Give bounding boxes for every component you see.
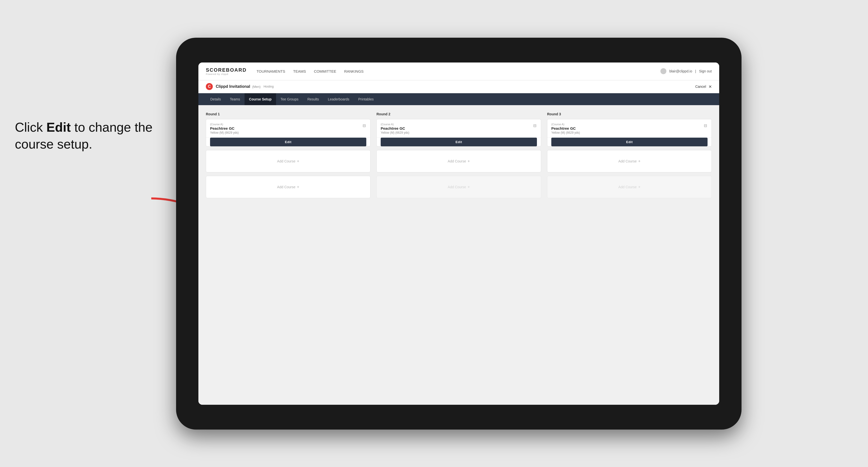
course-details-3: Yellow (M) (6629 yds) [551, 131, 580, 134]
tab-bar: Details Teams Course Setup Tee Groups Re… [198, 93, 719, 105]
nav-links: TOURNAMENTS TEAMS COMMITTEE RANKINGS [256, 68, 660, 74]
course-card-inner-3: (Course A) Peachtree GC Yellow (M) (6629… [551, 123, 708, 134]
add-course-label-3: Add Course + [447, 159, 470, 163]
cancel-button[interactable]: Cancel [695, 85, 706, 89]
tab-leaderboards[interactable]: Leaderboards [323, 93, 354, 105]
course-name-2: Peachtree GC [381, 126, 409, 130]
add-course-label-6: Add Course + [618, 185, 640, 189]
annotation-text: Click Edit to change the course setup. [15, 119, 168, 153]
round-1-add-course-2[interactable]: Add Course + [206, 176, 371, 198]
add-course-label-5: Add Course + [618, 159, 640, 163]
tab-teams[interactable]: Teams [225, 93, 245, 105]
course-tag: (Course A) [210, 123, 239, 126]
round-1-add-course-1[interactable]: Add Course + [206, 150, 371, 173]
round-1-label: Round 1 [206, 112, 371, 116]
round-1-column: Round 1 (Course A) Peachtree GC Yellow (… [206, 112, 371, 201]
main-content: Round 1 (Course A) Peachtree GC Yellow (… [198, 105, 719, 405]
course-details-2: Yellow (M) (6629 yds) [381, 131, 409, 134]
course-info: (Course A) Peachtree GC Yellow (M) (6629… [210, 123, 239, 134]
course-info-2: (Course A) Peachtree GC Yellow (M) (6629… [381, 123, 409, 134]
close-icon[interactable]: ✕ [709, 84, 712, 89]
course-card-inner-2: (Course A) Peachtree GC Yellow (M) (6629… [381, 123, 537, 134]
round-3-course-card: (Course A) Peachtree GC Yellow (M) (6629… [547, 119, 712, 147]
nav-committee[interactable]: COMMITTEE [314, 68, 336, 74]
course-info-3: (Course A) Peachtree GC Yellow (M) (6629… [551, 123, 580, 134]
course-tag-2: (Course A) [381, 123, 409, 126]
delete-icon-2[interactable]: ⊟ [533, 123, 537, 128]
tab-course-setup[interactable]: Course Setup [245, 93, 276, 105]
tab-results[interactable]: Results [303, 93, 323, 105]
round-3-column: Round 3 (Course A) Peachtree GC Yellow (… [547, 112, 712, 201]
plus-icon-6: + [638, 185, 640, 189]
nav-right: blair@clippd.io | Sign out [660, 68, 712, 74]
user-avatar [660, 68, 666, 74]
hosting-badge: Hosting [264, 85, 274, 88]
round-3-add-course-2: Add Course + [547, 176, 712, 198]
plus-icon: + [297, 159, 299, 163]
course-name: Peachtree GC [210, 126, 239, 130]
course-card-inner: (Course A) Peachtree GC Yellow (M) (6629… [210, 123, 366, 134]
sub-header: C Clippd Invitational (Men) Hosting Canc… [198, 80, 719, 93]
course-tag-3: (Course A) [551, 123, 580, 126]
plus-icon-3: + [467, 159, 470, 163]
round-2-course-card: (Course A) Peachtree GC Yellow (M) (6629… [376, 119, 541, 147]
nav-divider: | [695, 69, 696, 73]
round-2-label: Round 2 [376, 112, 541, 116]
tournament-logo-icon: C [206, 83, 213, 90]
top-nav: SCOREBOARD Powered by clippd TOURNAMENTS… [198, 62, 719, 80]
course-details: Yellow (M) (6629 yds) [210, 131, 239, 134]
tab-printables[interactable]: Printables [354, 93, 378, 105]
plus-icon-4: + [467, 185, 470, 189]
scoreboard-logo: SCOREBOARD [206, 67, 247, 73]
delete-icon-3[interactable]: ⊟ [703, 123, 708, 128]
user-email: blair@clippd.io [669, 69, 692, 73]
round-1-edit-button[interactable]: Edit [210, 138, 366, 146]
nav-teams[interactable]: TEAMS [293, 68, 306, 74]
round-3-label: Round 3 [547, 112, 712, 116]
round-2-add-course-2: Add Course + [376, 176, 541, 198]
round-1-course-card: (Course A) Peachtree GC Yellow (M) (6629… [206, 119, 371, 147]
tab-tee-groups[interactable]: Tee Groups [276, 93, 303, 105]
add-course-label: Add Course + [277, 159, 299, 163]
tablet-screen: SCOREBOARD Powered by clippd TOURNAMENTS… [198, 62, 719, 405]
sub-header-right: Cancel ✕ [695, 84, 712, 89]
nav-tournaments[interactable]: TOURNAMENTS [256, 68, 285, 74]
plus-icon-5: + [638, 159, 640, 163]
tournament-name: Clippd Invitational [216, 84, 250, 89]
round-3-edit-button[interactable]: Edit [551, 138, 708, 146]
nav-rankings[interactable]: RANKINGS [344, 68, 364, 74]
plus-icon-2: + [297, 185, 299, 189]
course-name-3: Peachtree GC [551, 126, 580, 130]
logo-subtitle: Powered by clippd [206, 73, 247, 75]
sign-out-link[interactable]: Sign out [699, 69, 712, 73]
rounds-grid: Round 1 (Course A) Peachtree GC Yellow (… [206, 112, 712, 201]
logo-area: SCOREBOARD Powered by clippd [206, 67, 247, 75]
round-3-add-course-1[interactable]: Add Course + [547, 150, 712, 173]
round-2-column: Round 2 (Course A) Peachtree GC Yellow (… [376, 112, 541, 201]
tournament-gender: (Men) [252, 85, 261, 89]
round-2-add-course-1[interactable]: Add Course + [376, 150, 541, 173]
tablet-device: SCOREBOARD Powered by clippd TOURNAMENTS… [176, 38, 742, 430]
add-course-label-2: Add Course + [277, 185, 299, 189]
round-2-edit-button[interactable]: Edit [381, 138, 537, 146]
delete-icon[interactable]: ⊟ [362, 123, 366, 128]
add-course-label-4: Add Course + [447, 185, 470, 189]
tab-details[interactable]: Details [206, 93, 225, 105]
